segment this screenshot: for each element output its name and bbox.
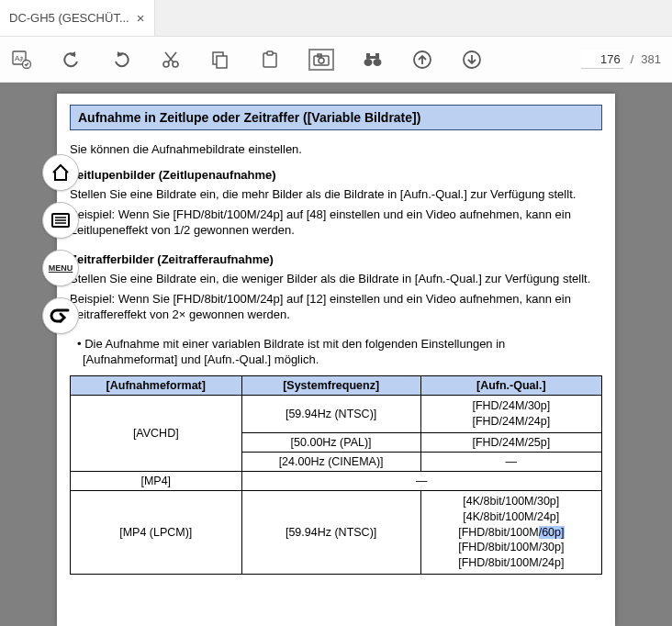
binoculars-icon[interactable] <box>362 49 384 71</box>
cell-lpcm-ntsc-q: [4K/8bit/100M/30p] [4K/8bit/100M/24p] [F… <box>420 490 601 574</box>
svg-rect-17 <box>366 53 370 59</box>
toolbar: Aあ / 381 <box>0 37 672 83</box>
page-indicator: / 381 <box>581 50 661 69</box>
snapshot-icon[interactable] <box>308 49 334 71</box>
page-separator: / <box>631 52 634 66</box>
svg-point-15 <box>364 59 373 66</box>
arrow-up-circle-icon[interactable] <box>411 49 433 71</box>
cell-cinema: [24.00Hz (CINEMA)] <box>241 452 420 471</box>
page-heading: Aufnahme in Zeitlupe oder Zeitraffer ([V… <box>70 105 602 130</box>
tab-bar: DC-GH5 (GESCHÜT... × <box>0 0 672 37</box>
language-check-icon[interactable]: Aあ <box>11 49 33 71</box>
paste-icon[interactable] <box>259 49 281 71</box>
document-tab[interactable]: DC-GH5 (GESCHÜT... × <box>0 0 155 36</box>
cell-lpcm-ntsc: [59.94Hz (NTSC)] <box>241 490 420 574</box>
slow-title: Zeitlupenbilder (Zeitlupenaufnahme) <box>70 167 602 184</box>
th-format: [Aufnahmeformat] <box>71 376 242 396</box>
slow-p1: Stellen Sie eine Bildrate ein, die mehr … <box>70 186 602 203</box>
cell-avchd-pal-q: [FHD/24M/25p] <box>420 432 601 452</box>
menu-label: MENU <box>49 263 73 273</box>
cell-avchd: [AVCHD] <box>71 396 242 472</box>
back-button[interactable] <box>42 297 79 334</box>
slow-p2: Beispiel: Wenn Sie [FHD/8bit/100M/24p] a… <box>70 207 602 239</box>
svg-rect-11 <box>267 51 273 55</box>
intro-text: Sie können die Aufnahmebildrate einstell… <box>70 141 602 158</box>
cell-avchd-cinema-q: — <box>420 452 601 471</box>
display-button[interactable] <box>42 202 79 239</box>
close-icon[interactable]: × <box>137 10 145 26</box>
content-area: MENU Aufnahme in Zeitlupe oder Zeitraffe… <box>0 83 672 626</box>
cell-mp4lpcm: [MP4 (LPCM)] <box>71 490 242 574</box>
page-total: 381 <box>641 52 661 66</box>
svg-rect-19 <box>370 56 375 59</box>
fast-p2: Beispiel: Wenn Sie [FHD/8bit/100M/24p] a… <box>70 291 602 323</box>
svg-point-13 <box>319 58 324 63</box>
svg-point-16 <box>374 59 382 66</box>
selected-text: /60p] <box>539 526 565 539</box>
cell-mp4: [MP4] <box>71 471 242 490</box>
cell-mp4-q: — <box>241 471 601 490</box>
fast-title: Zeitrafferbilder (Zeitrafferaufnahme) <box>70 252 602 268</box>
redo-icon[interactable] <box>110 49 132 71</box>
svg-rect-18 <box>375 53 379 59</box>
th-quality: [Aufn.-Qual.] <box>420 376 601 396</box>
cell-avchd-ntsc-q: [FHD/24M/30p] [FHD/24M/24p] <box>420 396 601 433</box>
home-button[interactable] <box>42 154 79 191</box>
tab-title: DC-GH5 (GESCHÜT... <box>9 11 129 25</box>
menu-button[interactable]: MENU <box>42 250 79 286</box>
fast-p1: Stellen Sie eine Bildrate ein, die wenig… <box>70 271 602 287</box>
page-number-input[interactable] <box>581 50 623 69</box>
undo-icon[interactable] <box>61 49 83 71</box>
cell-ntsc: [59.94Hz (NTSC)] <box>241 396 420 433</box>
th-sysfreq: [Systemfrequenz] <box>241 376 420 396</box>
arrow-down-circle-icon[interactable] <box>461 49 483 71</box>
sidebar-buttons: MENU <box>42 154 79 334</box>
bullet-note: • Die Aufnahme mit einer variablen Bildr… <box>73 336 602 368</box>
pdf-page: Aufnahme in Zeitlupe oder Zeitraffer ([V… <box>57 94 615 626</box>
cut-icon[interactable] <box>160 49 182 71</box>
cell-pal: [50.00Hz (PAL)] <box>241 432 420 452</box>
svg-rect-9 <box>217 56 227 68</box>
copy-icon[interactable] <box>209 49 231 71</box>
format-table: [Aufnahmeformat] [Systemfrequenz] [Aufn.… <box>70 375 602 575</box>
